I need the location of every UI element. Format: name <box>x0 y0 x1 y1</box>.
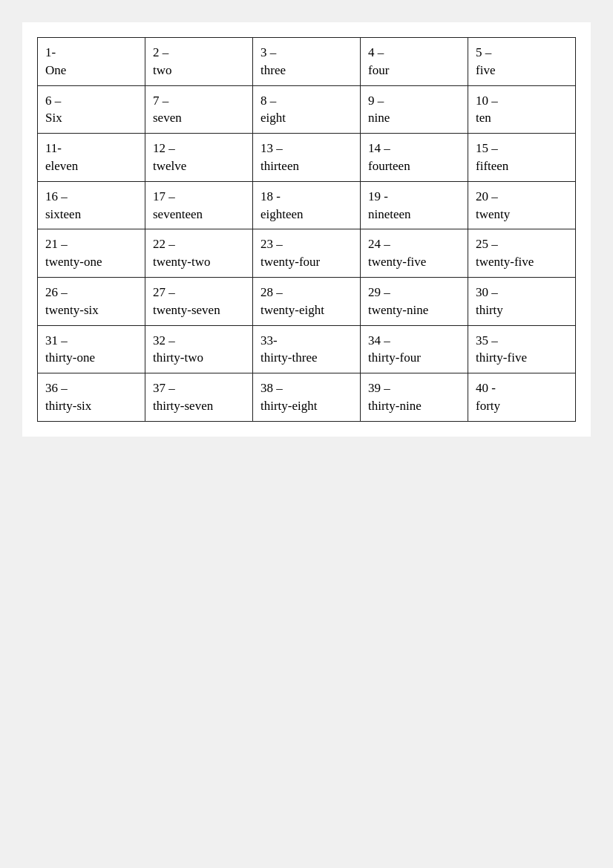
cell-3-2: 18 -eighteen <box>253 181 361 229</box>
cell-word: eleven <box>45 159 78 173</box>
cell-0-0: 1-One <box>38 38 145 86</box>
cell-num: 31 – <box>45 333 68 347</box>
cell-num: 11- <box>45 141 62 155</box>
cell-num: 14 – <box>368 141 390 155</box>
cell-3-0: 16 –sixteen <box>38 181 145 229</box>
cell-word: thirty <box>476 303 503 317</box>
cell-1-4: 10 –ten <box>468 85 576 134</box>
table-wrapper: 1-One2 –two3 –three4 –four5 –five6 –Six7… <box>37 37 576 422</box>
cell-num: 35 – <box>476 333 498 347</box>
cell-2-3: 14 –fourteen <box>361 134 468 182</box>
cell-num: 34 – <box>368 333 390 347</box>
cell-num: 30 – <box>476 285 498 299</box>
cell-num: 29 – <box>368 285 390 299</box>
cell-word: thirty-seven <box>153 399 213 413</box>
cell-6-3: 34 –thirty-four <box>361 325 468 373</box>
cell-4-3: 24 –twenty-five <box>361 229 468 278</box>
cell-word: thirty-three <box>260 350 317 365</box>
cell-5-0: 26 –twenty-six <box>38 277 145 325</box>
cell-num: 15 – <box>476 141 498 155</box>
cell-num: 4 – <box>368 45 384 59</box>
cell-7-1: 37 –thirty-seven <box>145 373 253 422</box>
cell-0-2: 3 –three <box>253 38 361 86</box>
cell-word: four <box>368 63 389 77</box>
cell-7-2: 38 –thirty-eight <box>253 373 361 422</box>
cell-word: thirty-nine <box>368 399 422 413</box>
cell-word: seventeen <box>153 207 203 221</box>
cell-3-3: 19 -nineteen <box>361 181 468 229</box>
cell-word: thirty-two <box>153 350 203 365</box>
cell-num: 9 – <box>368 94 384 108</box>
cell-2-0: 11-eleven <box>38 134 145 182</box>
cell-num: 12 – <box>153 141 175 155</box>
cell-word: twenty-four <box>260 255 320 269</box>
cell-1-3: 9 –nine <box>361 85 468 134</box>
cell-5-2: 28 –twenty-eight <box>253 277 361 325</box>
cell-1-2: 8 –eight <box>253 85 361 134</box>
cell-num: 26 – <box>45 285 68 299</box>
page: 1-One2 –two3 –three4 –four5 –five6 –Six7… <box>22 22 591 437</box>
cell-word: thirty-one <box>45 350 95 365</box>
cell-0-1: 2 –two <box>145 38 253 86</box>
cell-num: 20 – <box>476 189 498 203</box>
cell-word: five <box>476 63 495 77</box>
cell-word: two <box>153 63 172 77</box>
cell-num: 40 - <box>476 381 496 395</box>
cell-word: nineteen <box>368 207 411 221</box>
cell-2-1: 12 –twelve <box>145 134 253 182</box>
cell-num: 1- <box>45 45 56 59</box>
cell-num: 8 – <box>260 94 276 108</box>
cell-word: One <box>45 63 66 77</box>
cell-num: 19 - <box>368 189 388 203</box>
cell-num: 22 – <box>153 237 175 251</box>
cell-word: twenty <box>476 207 510 221</box>
numbers-table: 1-One2 –two3 –three4 –four5 –five6 –Six7… <box>37 37 576 422</box>
cell-num: 18 - <box>260 189 281 203</box>
cell-6-1: 32 –thirty-two <box>145 325 253 373</box>
cell-word: twelve <box>153 159 186 173</box>
cell-num: 2 – <box>153 45 168 59</box>
cell-num: 6 – <box>45 94 61 108</box>
cell-word: twenty-two <box>153 255 210 269</box>
cell-word: thirteen <box>260 159 299 173</box>
cell-num: 25 – <box>476 237 498 251</box>
cell-7-3: 39 –thirty-nine <box>361 373 468 422</box>
cell-5-4: 30 –thirty <box>468 277 576 325</box>
cell-2-2: 13 –thirteen <box>253 134 361 182</box>
cell-word: twenty-seven <box>153 303 220 317</box>
cell-word: forty <box>476 399 500 413</box>
cell-num: 37 – <box>153 381 175 395</box>
cell-num: 32 – <box>153 333 175 347</box>
cell-word: sixteen <box>45 207 81 221</box>
cell-word: eight <box>260 111 286 125</box>
cell-word: twenty-eight <box>260 303 324 317</box>
cell-4-0: 21 –twenty-one <box>38 229 145 278</box>
cell-num: 38 – <box>260 381 283 395</box>
cell-num: 28 – <box>260 285 283 299</box>
cell-num: 5 – <box>476 45 491 59</box>
cell-3-1: 17 –seventeen <box>145 181 253 229</box>
cell-3-4: 20 –twenty <box>468 181 576 229</box>
cell-4-2: 23 –twenty-four <box>253 229 361 278</box>
cell-num: 27 – <box>153 285 175 299</box>
cell-word: thirty-four <box>368 350 421 365</box>
cell-word: twenty-six <box>45 303 99 317</box>
cell-5-3: 29 –twenty-nine <box>361 277 468 325</box>
cell-1-0: 6 –Six <box>38 85 145 134</box>
cell-num: 16 – <box>45 189 68 203</box>
cell-num: 23 – <box>260 237 283 251</box>
cell-7-4: 40 -forty <box>468 373 576 422</box>
cell-num: 24 – <box>368 237 390 251</box>
cell-word: thirty-six <box>45 399 91 413</box>
cell-7-0: 36 –thirty-six <box>38 373 145 422</box>
cell-word: Six <box>45 111 62 125</box>
cell-0-3: 4 –four <box>361 38 468 86</box>
cell-word: seven <box>153 111 182 125</box>
cell-word: eighteen <box>260 207 304 221</box>
cell-num: 3 – <box>260 45 276 59</box>
cell-word: thirty-five <box>476 350 527 365</box>
cell-4-4: 25 –twenty-five <box>468 229 576 278</box>
cell-word: fourteen <box>368 159 410 173</box>
cell-num: 7 – <box>153 94 168 108</box>
cell-word: twenty-five <box>368 255 426 269</box>
